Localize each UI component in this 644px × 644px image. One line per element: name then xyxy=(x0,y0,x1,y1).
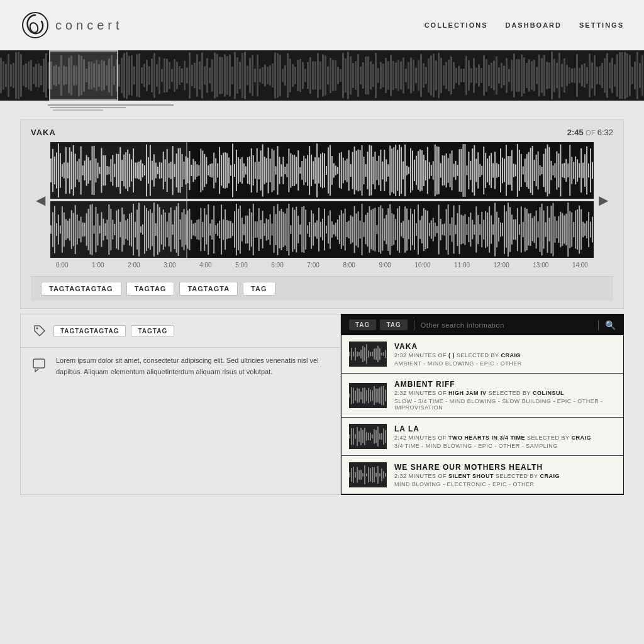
player-tag-0[interactable]: TAGTAGTAGTAG xyxy=(41,282,121,296)
waveform-overview[interactable] xyxy=(0,50,644,101)
svg-rect-868 xyxy=(355,391,356,401)
svg-rect-16 xyxy=(33,67,35,84)
svg-rect-413 xyxy=(337,167,338,174)
svg-rect-742 xyxy=(408,220,409,240)
svg-rect-858 xyxy=(375,348,377,360)
svg-rect-160 xyxy=(395,62,397,88)
svg-rect-451 xyxy=(408,167,409,174)
track-time: 2:45 OF 6:32 xyxy=(567,128,613,137)
svg-rect-101 xyxy=(247,65,248,85)
svg-rect-667 xyxy=(268,219,269,240)
svg-rect-442 xyxy=(391,148,392,192)
svg-rect-724 xyxy=(374,208,375,251)
svg-rect-902 xyxy=(379,433,380,440)
search-tag-0[interactable]: TAG xyxy=(349,319,376,330)
search-bar: TAG TAG 🔍 xyxy=(341,314,623,335)
svg-rect-340 xyxy=(200,148,201,192)
svg-rect-462 xyxy=(429,162,430,179)
svg-rect-661 xyxy=(257,221,258,238)
svg-rect-883 xyxy=(383,386,384,405)
svg-rect-63 xyxy=(151,58,153,92)
next-track-button[interactable]: ▶ xyxy=(594,192,613,208)
svg-rect-873 xyxy=(364,387,365,403)
search-button[interactable]: 🔍 xyxy=(605,320,616,330)
svg-rect-390 xyxy=(294,155,295,186)
search-input[interactable] xyxy=(421,321,592,329)
svg-rect-766 xyxy=(453,206,455,254)
svg-rect-633 xyxy=(204,208,205,251)
svg-rect-196 xyxy=(486,59,487,92)
svg-rect-141 xyxy=(347,52,349,99)
prev-track-button[interactable]: ◀ xyxy=(31,192,50,208)
svg-rect-431 xyxy=(370,145,372,195)
svg-rect-909 xyxy=(353,467,354,483)
svg-rect-455 xyxy=(416,156,417,186)
search-tag-1[interactable]: TAG xyxy=(380,319,407,330)
svg-rect-178 xyxy=(440,58,442,93)
svg-rect-165 xyxy=(408,62,409,89)
svg-rect-107 xyxy=(262,67,264,84)
waveform-track-2[interactable] xyxy=(50,201,594,258)
result-item-0[interactable]: VAKA 2:32 MINUTES OF ( ) SELECTED BY CRA… xyxy=(341,335,623,374)
svg-rect-211 xyxy=(523,57,525,93)
svg-rect-745 xyxy=(414,209,415,250)
svg-rect-214 xyxy=(531,61,533,90)
result-item-3[interactable]: WE SHARE OUR MOTHERS HEALTH 2:32 MINUTES… xyxy=(341,456,623,494)
svg-rect-792 xyxy=(502,223,503,236)
svg-rect-170 xyxy=(420,54,422,97)
result-selected-by-0: CRAIG xyxy=(501,352,521,358)
svg-rect-461 xyxy=(427,147,428,194)
waveform-tracks[interactable] xyxy=(50,142,594,258)
waveform-selection[interactable] xyxy=(49,50,118,101)
svg-rect-465 xyxy=(435,145,436,196)
svg-rect-865 xyxy=(349,393,350,397)
svg-rect-882 xyxy=(381,386,382,405)
svg-rect-896 xyxy=(368,433,369,440)
result-collection-3: SILENT SHOUT xyxy=(448,473,494,479)
waveform-track-1[interactable] xyxy=(50,142,594,199)
svg-rect-447 xyxy=(401,147,402,194)
svg-rect-7 xyxy=(10,64,12,87)
svg-rect-436 xyxy=(380,150,381,191)
svg-rect-466 xyxy=(436,147,438,195)
svg-rect-441 xyxy=(389,145,391,195)
svg-rect-425 xyxy=(360,150,361,191)
result-selected-label-1: SELECTED BY xyxy=(489,390,533,396)
svg-rect-65 xyxy=(156,65,158,87)
player-tag-3[interactable]: TAG xyxy=(243,282,275,296)
svg-rect-106 xyxy=(259,69,261,82)
result-duration-2: 2:42 xyxy=(394,435,407,441)
svg-rect-485 xyxy=(472,148,473,192)
result-item-1[interactable]: AMBIENT RIFF 2:32 MINUTES OF HIGH JAM IV… xyxy=(341,374,623,418)
svg-rect-796 xyxy=(509,207,511,252)
nav-dashboard[interactable]: DASHBOARD xyxy=(505,21,562,29)
left-tag-1[interactable]: TAGTAG xyxy=(131,325,174,337)
svg-rect-734 xyxy=(393,214,394,245)
svg-rect-806 xyxy=(528,213,530,245)
svg-rect-679 xyxy=(290,225,291,234)
waveform-played-2 xyxy=(50,201,186,258)
svg-rect-541 xyxy=(577,159,578,181)
left-tag-0[interactable]: TAGTAGTAGTAG xyxy=(53,325,126,337)
svg-rect-692 xyxy=(314,223,316,236)
svg-rect-880 xyxy=(377,389,379,402)
svg-rect-895 xyxy=(366,432,367,441)
svg-rect-855 xyxy=(370,352,371,357)
svg-rect-668 xyxy=(270,214,271,245)
player-tag-2[interactable]: TAGTAGTA xyxy=(179,282,238,296)
svg-rect-824 xyxy=(562,213,563,246)
svg-rect-774 xyxy=(468,217,469,242)
svg-rect-546 xyxy=(586,147,587,195)
svg-rect-720 xyxy=(367,213,369,247)
svg-rect-649 xyxy=(234,211,235,248)
svg-rect-230 xyxy=(571,69,573,82)
result-item-2[interactable]: LA LA 2:42 MINUTES OF TWO HEARTS IN 3/4 … xyxy=(341,418,623,456)
nav-settings[interactable]: SETTINGS xyxy=(579,21,624,29)
svg-rect-369 xyxy=(255,162,256,179)
player-tag-1[interactable]: TAGTAG xyxy=(126,282,175,296)
svg-rect-125 xyxy=(307,62,309,89)
svg-rect-632 xyxy=(202,222,203,237)
svg-rect-538 xyxy=(571,157,572,184)
svg-rect-234 xyxy=(581,65,583,86)
nav-collections[interactable]: COLLECTIONS xyxy=(425,21,488,29)
